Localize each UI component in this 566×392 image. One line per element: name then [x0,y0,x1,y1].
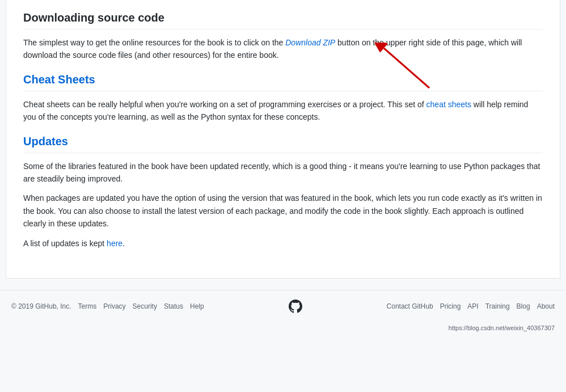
footer-center [289,300,302,313]
section-title-downloading: Downloading source code [23,11,543,29]
downloading-text-after-link: button on the upper right side of this p… [23,38,522,60]
footer-copyright: © 2019 GitHub, Inc. [11,302,71,310]
github-logo-icon [289,300,302,313]
footer-link-pricing[interactable]: Pricing [440,302,461,310]
footer-link-about[interactable]: About [537,302,555,310]
footer: © 2019 GitHub, Inc. Terms Privacy Securi… [0,290,566,322]
footer-link-terms[interactable]: Terms [78,302,97,310]
main-content: Downloading source code The simplest way… [6,0,560,279]
section-downloading: Downloading source code The simplest way… [23,11,543,62]
footer-link-contact-github[interactable]: Contact GitHub [387,302,433,310]
status-bar: https://blog.csdn.net/weixin_40367307 [0,322,566,334]
footer-link-training[interactable]: Training [485,302,510,310]
section-title-updates: Updates [23,135,543,153]
status-url: https://blog.csdn.net/weixin_40367307 [449,324,555,331]
footer-link-status[interactable]: Status [164,302,183,310]
updates-paragraph-3: A list of updates is kept here. [23,237,543,250]
section-cheat-sheets: Cheat Sheets Cheat sheets can be really … [23,73,543,124]
section-title-cheat-sheets: Cheat Sheets [23,73,543,91]
footer-left: © 2019 GitHub, Inc. Terms Privacy Securi… [11,302,204,310]
footer-link-blog[interactable]: Blog [517,302,530,310]
cheat-sheets-link[interactable]: cheat sheets [426,100,471,109]
footer-link-api[interactable]: API [467,302,478,310]
footer-right: Contact GitHub Pricing API Training Blog… [387,302,555,310]
footer-link-security[interactable]: Security [133,302,157,310]
footer-link-help[interactable]: Help [190,302,204,310]
updates-paragraph-1: Some of the libraries featured in the bo… [23,160,543,186]
footer-link-privacy[interactable]: Privacy [103,302,125,310]
content-area: Downloading source code The simplest way… [23,11,543,250]
updates-here-link[interactable]: here [107,239,123,248]
section-updates: Updates Some of the libraries featured i… [23,135,543,250]
download-zip-link[interactable]: Download ZIP [285,38,335,47]
cheat-sheets-paragraph: Cheat sheets can be really helpful when … [23,98,543,124]
updates-paragraph-2: When packages are updated you have the o… [23,192,543,230]
downloading-paragraph: The simplest way to get the online resou… [23,36,543,62]
